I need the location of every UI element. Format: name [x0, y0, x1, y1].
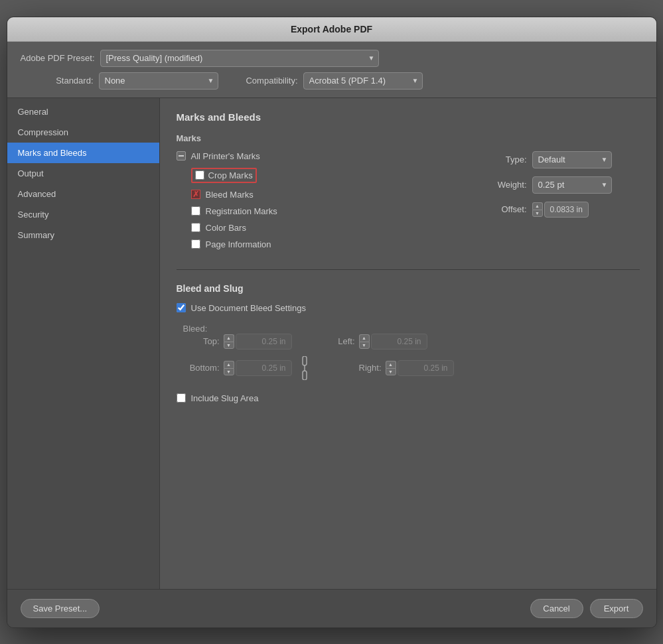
standard-label: Standard: [21, 76, 94, 86]
sidebar-item-output[interactable]: Output [7, 163, 159, 184]
offset-input-group: ▲ ▼ 0.0833 in [532, 202, 589, 218]
registration-marks-checkbox[interactable] [191, 206, 200, 216]
sidebar-item-marks-and-bleeds[interactable]: Marks and Bleeds [7, 143, 159, 163]
main-content: General Compression Marks and Bleeds Out… [7, 98, 656, 589]
bleed-left-field: Left: ▲ ▼ [319, 334, 427, 350]
crop-marks-row: Crop Marks [177, 168, 454, 183]
bleed-left-input-group: ▲ ▼ [359, 334, 427, 350]
bleed-top-stepper: ▲ ▼ [224, 334, 234, 349]
weight-select[interactable]: 0.25 pt [532, 176, 612, 194]
bleed-label-area: Bleed: [183, 324, 640, 334]
svg-rect-1 [303, 371, 307, 380]
bleed-left-stepper: ▲ ▼ [359, 334, 370, 349]
marks-left: All Printer's Marks Crop Marks ✗ [177, 151, 454, 256]
weight-select-wrapper: 0.25 pt ▼ [532, 176, 612, 194]
sidebar-item-summary[interactable]: Summary [7, 225, 159, 245]
bleed-marks-row: ✗ Bleed Marks [177, 190, 454, 200]
page-information-label: Page Information [206, 239, 271, 249]
sidebar-item-advanced[interactable]: Advanced [7, 184, 159, 204]
type-label: Type: [480, 155, 527, 164]
standard-select[interactable]: None [99, 72, 218, 90]
pdf-preset-select[interactable]: [Press Quality] (modified) [100, 50, 379, 67]
offset-down-button[interactable]: ▼ [532, 210, 543, 217]
preset-select-wrapper: [Press Quality] (modified) ▼ [100, 50, 379, 67]
bleed-bottom-stepper: ▲ ▼ [224, 361, 234, 375]
export-pdf-dialog: Export Adobe PDF Adobe PDF Preset: [Pres… [7, 17, 657, 628]
bleed-slug-title: Bleed and Slug [177, 283, 640, 294]
offset-value: 0.0833 in [545, 204, 588, 216]
all-printers-marks-row: All Printer's Marks [177, 151, 454, 161]
bleed-bottom-down-button[interactable]: ▼ [224, 368, 234, 375]
use-doc-bleed-row: Use Document Bleed Settings [177, 303, 640, 313]
bleed-right-label: Right: [345, 363, 382, 373]
all-printers-marks-label: All Printer's Marks [191, 151, 260, 161]
weight-label: Weight: [480, 180, 527, 190]
type-select[interactable]: Default [532, 151, 612, 168]
all-printers-marks-partial-check[interactable] [177, 151, 186, 161]
bleed-marks-label: Bleed Marks [206, 190, 254, 200]
include-slug-row-wrapper: Include Slug Area [177, 393, 640, 403]
bleed-top-field: Top: ▲ ▼ [183, 334, 292, 350]
bleed-left-input[interactable] [371, 334, 427, 350]
page-information-checkbox[interactable] [191, 239, 200, 249]
sidebar-item-compression[interactable]: Compression [7, 122, 159, 143]
compatibility-select[interactable]: Acrobat 5 (PDF 1.4) [303, 72, 423, 90]
bleed-left-down-button[interactable]: ▼ [359, 342, 370, 349]
use-doc-bleed-checkbox[interactable] [177, 303, 186, 312]
bleed-right-input-group: ▲ ▼ [386, 360, 454, 376]
sidebar-item-security[interactable]: Security [7, 204, 159, 225]
bleed-marks-x-icon: ✗ [192, 190, 199, 198]
link-icon-container [299, 356, 311, 380]
crop-marks-highlight: Crop Marks [191, 168, 257, 183]
title-bar: Export Adobe PDF [7, 17, 656, 42]
cancel-button[interactable]: Cancel [530, 599, 583, 618]
standard-select-wrapper: None ▼ [99, 72, 218, 90]
registration-marks-label: Registration Marks [206, 206, 277, 216]
offset-stepper: ▲ ▼ [532, 202, 543, 217]
bleed-top-up-button[interactable]: ▲ [224, 334, 234, 342]
sidebar-item-general[interactable]: General [7, 101, 159, 122]
export-button[interactable]: Export [590, 599, 643, 618]
content-area: Marks and Bleeds Marks All Printer's Mar… [160, 98, 656, 589]
partial-dash-icon [179, 155, 184, 157]
bleed-bottom-input[interactable] [236, 360, 292, 376]
marks-subsection-title: Marks [177, 133, 640, 143]
bleed-right-field: Right: ▲ ▼ [345, 360, 454, 376]
bleed-right-stepper: ▲ ▼ [386, 361, 396, 375]
bleed-marks-checkbox-icon[interactable]: ✗ [191, 190, 200, 199]
crop-marks-checkbox[interactable] [195, 170, 204, 180]
include-slug-row: Include Slug Area [177, 393, 640, 403]
bleed-top-input-group: ▲ ▼ [224, 334, 292, 350]
type-row: Type: Default ▼ [480, 151, 640, 168]
bleed-right-input[interactable] [398, 360, 454, 376]
preset-label: Adobe PDF Preset: [21, 53, 95, 63]
use-doc-bleed-label: Use Document Bleed Settings [191, 303, 306, 313]
bleed-top-down-button[interactable]: ▼ [224, 342, 234, 349]
link-chain-icon [299, 356, 311, 380]
bleed-label: Bleed: [183, 324, 208, 334]
offset-up-button[interactable]: ▲ [532, 202, 543, 210]
type-select-wrapper: Default ▼ [532, 151, 612, 168]
bleed-right-down-button[interactable]: ▼ [386, 368, 396, 375]
bleed-bottom-input-group: ▲ ▼ [224, 360, 292, 376]
page-information-row: Page Information [177, 239, 454, 249]
color-bars-label: Color Bars [206, 223, 246, 233]
sidebar: General Compression Marks and Bleeds Out… [7, 98, 160, 589]
offset-input-container: 0.0833 in [544, 202, 589, 218]
include-slug-checkbox[interactable] [177, 393, 186, 403]
bleed-right-up-button[interactable]: ▲ [386, 361, 396, 368]
bleed-top-input[interactable] [236, 334, 292, 350]
color-bars-row: Color Bars [177, 223, 454, 233]
color-bars-checkbox[interactable] [191, 223, 200, 232]
divider [177, 269, 640, 270]
section-title: Marks and Bleeds [177, 111, 640, 123]
registration-marks-row: Registration Marks [177, 206, 454, 216]
svg-rect-0 [303, 356, 307, 365]
top-controls: Adobe PDF Preset: [Press Quality] (modif… [7, 42, 656, 98]
bleed-bottom-label: Bottom: [183, 363, 220, 373]
bleed-left-up-button[interactable]: ▲ [359, 334, 370, 342]
save-preset-button[interactable]: Save Preset... [21, 599, 100, 618]
bleed-bottom-up-button[interactable]: ▲ [224, 361, 234, 368]
include-slug-label: Include Slug Area [191, 393, 259, 403]
marks-right: Type: Default ▼ Weight: [480, 151, 640, 256]
